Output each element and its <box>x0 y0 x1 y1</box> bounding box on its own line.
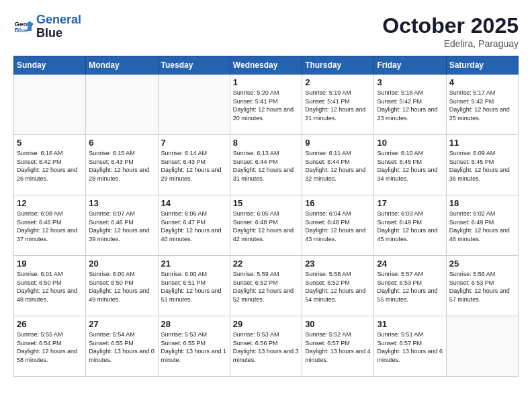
day-number: 2 <box>305 77 371 87</box>
week-row-3: 12Sunrise: 6:08 AMSunset: 6:46 PMDayligh… <box>14 195 519 256</box>
day-number: 30 <box>305 319 371 329</box>
cell-info: Sunrise: 6:00 AMSunset: 6:50 PMDaylight:… <box>89 270 154 304</box>
calendar-cell: 6Sunrise: 6:15 AMSunset: 6:43 PMDaylight… <box>86 135 158 195</box>
day-number: 12 <box>17 198 83 208</box>
day-number: 11 <box>449 138 515 148</box>
day-number: 7 <box>161 138 227 148</box>
calendar-cell: 31Sunrise: 5:51 AMSunset: 6:57 PMDayligh… <box>374 316 446 377</box>
day-number: 5 <box>17 138 83 148</box>
day-header-wednesday: Wednesday <box>230 56 302 75</box>
cell-info: Sunrise: 5:57 AMSunset: 6:53 PMDaylight:… <box>377 270 443 304</box>
calendar-cell: 10Sunrise: 6:10 AMSunset: 6:45 PMDayligh… <box>374 135 446 195</box>
day-header-tuesday: Tuesday <box>158 56 230 75</box>
calendar-cell: 11Sunrise: 6:09 AMSunset: 6:45 PMDayligh… <box>446 135 518 195</box>
calendar-cell: 9Sunrise: 6:11 AMSunset: 6:44 PMDaylight… <box>302 135 374 195</box>
cell-info: Sunrise: 5:20 AMSunset: 5:41 PMDaylight:… <box>233 89 299 122</box>
cell-info: Sunrise: 5:52 AMSunset: 6:57 PMDaylight:… <box>305 330 371 364</box>
day-number: 19 <box>17 259 83 269</box>
svg-text:Blue: Blue <box>15 26 30 33</box>
cell-info: Sunrise: 5:55 AMSunset: 6:54 PMDaylight:… <box>17 330 83 364</box>
day-number: 9 <box>305 138 371 148</box>
day-number: 21 <box>161 259 227 269</box>
cell-info: Sunrise: 5:56 AMSunset: 6:53 PMDaylight:… <box>449 270 515 304</box>
cell-info: Sunrise: 5:54 AMSunset: 6:55 PMDaylight:… <box>89 330 154 364</box>
calendar-cell: 19Sunrise: 6:01 AMSunset: 6:50 PMDayligh… <box>14 256 86 316</box>
cell-info: Sunrise: 6:08 AMSunset: 6:46 PMDaylight:… <box>17 210 83 243</box>
calendar-cell: 14Sunrise: 6:06 AMSunset: 6:47 PMDayligh… <box>158 195 230 256</box>
cell-info: Sunrise: 5:17 AMSunset: 5:42 PMDaylight:… <box>449 89 515 122</box>
day-number: 10 <box>377 138 443 148</box>
calendar-cell: 24Sunrise: 5:57 AMSunset: 6:53 PMDayligh… <box>374 256 446 316</box>
day-number: 26 <box>17 319 83 329</box>
calendar-cell: 16Sunrise: 6:04 AMSunset: 6:48 PMDayligh… <box>302 195 374 256</box>
calendar-cell <box>14 75 86 135</box>
cell-info: Sunrise: 6:13 AMSunset: 6:44 PMDaylight:… <box>233 149 299 183</box>
calendar-cell: 30Sunrise: 5:52 AMSunset: 6:57 PMDayligh… <box>302 316 374 377</box>
day-number: 8 <box>233 138 299 148</box>
calendar-cell: 29Sunrise: 5:53 AMSunset: 6:56 PMDayligh… <box>230 316 302 377</box>
calendar-header-row: SundayMondayTuesdayWednesdayThursdayFrid… <box>14 56 519 75</box>
week-row-1: 1Sunrise: 5:20 AMSunset: 5:41 PMDaylight… <box>14 75 519 135</box>
cell-info: Sunrise: 5:53 AMSunset: 6:56 PMDaylight:… <box>233 330 299 364</box>
day-number: 20 <box>89 259 154 269</box>
logo-text: GeneralBlue <box>36 13 81 40</box>
calendar-cell: 17Sunrise: 6:03 AMSunset: 6:49 PMDayligh… <box>374 195 446 256</box>
page-header: General Blue GeneralBlue October 2025 Ed… <box>13 13 519 49</box>
cell-info: Sunrise: 6:11 AMSunset: 6:44 PMDaylight:… <box>305 149 371 183</box>
cell-info: Sunrise: 5:58 AMSunset: 6:52 PMDaylight:… <box>305 270 371 304</box>
calendar-cell: 26Sunrise: 5:55 AMSunset: 6:54 PMDayligh… <box>14 316 86 377</box>
cell-info: Sunrise: 5:59 AMSunset: 6:52 PMDaylight:… <box>233 270 299 304</box>
calendar-cell: 7Sunrise: 6:14 AMSunset: 6:43 PMDaylight… <box>158 135 230 195</box>
title-section: October 2025 Edelira, Paraguay <box>382 13 519 49</box>
day-number: 22 <box>233 259 299 269</box>
cell-info: Sunrise: 6:06 AMSunset: 6:47 PMDaylight:… <box>161 210 227 243</box>
week-row-5: 26Sunrise: 5:55 AMSunset: 6:54 PMDayligh… <box>14 316 519 377</box>
logo: General Blue GeneralBlue <box>13 13 81 40</box>
cell-info: Sunrise: 5:18 AMSunset: 5:42 PMDaylight:… <box>377 89 443 122</box>
calendar-table: SundayMondayTuesdayWednesdayThursdayFrid… <box>13 56 519 377</box>
calendar-cell: 21Sunrise: 6:00 AMSunset: 6:51 PMDayligh… <box>158 256 230 316</box>
cell-info: Sunrise: 6:07 AMSunset: 6:46 PMDaylight:… <box>89 210 154 243</box>
cell-info: Sunrise: 6:09 AMSunset: 6:45 PMDaylight:… <box>449 149 515 183</box>
calendar-cell: 5Sunrise: 6:16 AMSunset: 6:42 PMDaylight… <box>14 135 86 195</box>
calendar-cell: 20Sunrise: 6:00 AMSunset: 6:50 PMDayligh… <box>86 256 158 316</box>
day-number: 25 <box>449 259 515 269</box>
calendar-cell: 8Sunrise: 6:13 AMSunset: 6:44 PMDaylight… <box>230 135 302 195</box>
day-number: 1 <box>233 77 299 87</box>
day-number: 29 <box>233 319 299 329</box>
calendar-cell: 3Sunrise: 5:18 AMSunset: 5:42 PMDaylight… <box>374 75 446 135</box>
calendar-cell: 27Sunrise: 5:54 AMSunset: 6:55 PMDayligh… <box>86 316 158 377</box>
day-number: 18 <box>449 198 515 208</box>
cell-info: Sunrise: 6:14 AMSunset: 6:43 PMDaylight:… <box>161 149 227 183</box>
calendar-cell <box>86 75 158 135</box>
day-number: 23 <box>305 259 371 269</box>
cell-info: Sunrise: 6:15 AMSunset: 6:43 PMDaylight:… <box>89 149 154 183</box>
cell-info: Sunrise: 6:03 AMSunset: 6:49 PMDaylight:… <box>377 210 443 243</box>
cell-info: Sunrise: 5:51 AMSunset: 6:57 PMDaylight:… <box>377 330 443 364</box>
calendar-cell: 23Sunrise: 5:58 AMSunset: 6:52 PMDayligh… <box>302 256 374 316</box>
logo-icon: General Blue <box>13 17 34 37</box>
cell-info: Sunrise: 6:16 AMSunset: 6:42 PMDaylight:… <box>17 149 83 183</box>
day-number: 16 <box>305 198 371 208</box>
calendar-cell <box>158 75 230 135</box>
day-number: 4 <box>449 77 515 87</box>
week-row-2: 5Sunrise: 6:16 AMSunset: 6:42 PMDaylight… <box>14 135 519 195</box>
day-header-monday: Monday <box>86 56 158 75</box>
day-number: 17 <box>377 198 443 208</box>
location-subtitle: Edelira, Paraguay <box>382 38 519 49</box>
week-row-4: 19Sunrise: 6:01 AMSunset: 6:50 PMDayligh… <box>14 256 519 316</box>
day-number: 3 <box>377 77 443 87</box>
cell-info: Sunrise: 5:53 AMSunset: 6:55 PMDaylight:… <box>161 330 227 364</box>
cell-info: Sunrise: 6:02 AMSunset: 6:49 PMDaylight:… <box>449 210 515 243</box>
calendar-cell: 25Sunrise: 5:56 AMSunset: 6:53 PMDayligh… <box>446 256 518 316</box>
day-number: 24 <box>377 259 443 269</box>
calendar-cell: 13Sunrise: 6:07 AMSunset: 6:46 PMDayligh… <box>86 195 158 256</box>
calendar-cell: 15Sunrise: 6:05 AMSunset: 6:48 PMDayligh… <box>230 195 302 256</box>
cell-info: Sunrise: 6:10 AMSunset: 6:45 PMDaylight:… <box>377 149 443 183</box>
day-number: 27 <box>89 319 154 329</box>
day-number: 15 <box>233 198 299 208</box>
day-header-friday: Friday <box>374 56 446 75</box>
cell-info: Sunrise: 5:19 AMSunset: 5:41 PMDaylight:… <box>305 89 371 122</box>
calendar-cell: 4Sunrise: 5:17 AMSunset: 5:42 PMDaylight… <box>446 75 518 135</box>
day-header-sunday: Sunday <box>14 56 86 75</box>
